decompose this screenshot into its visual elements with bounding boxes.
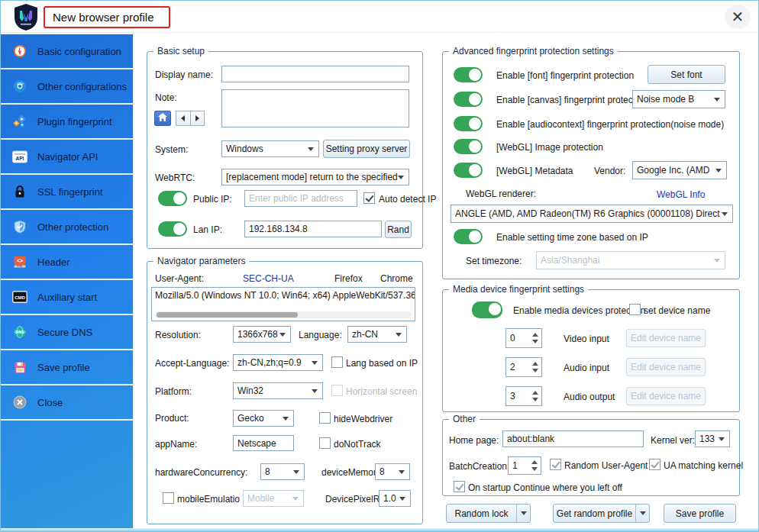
- home-button[interactable]: [154, 111, 171, 126]
- audiocontext-protection-label: Enable [audiocontext] fingerprint protec…: [496, 119, 724, 130]
- accept-language-dropdown[interactable]: zh-CN,zh;q=0.9: [233, 354, 323, 371]
- do-not-track-checkbox[interactable]: [319, 437, 331, 449]
- sidebar-item-close[interactable]: Close: [1, 385, 133, 421]
- chevron-down-icon: [714, 98, 720, 102]
- webgl-info-link[interactable]: WebGL Info: [657, 189, 705, 200]
- canvas-protection-label: Enable [canvas] fingerprint protection: [496, 95, 648, 105]
- sidebar-item-ssl-fingerprint[interactable]: SSL fingerprint: [1, 175, 133, 210]
- timezone-by-ip-toggle[interactable]: [454, 229, 483, 244]
- canvas-noise-mode-dropdown[interactable]: Noise mode B: [632, 90, 725, 108]
- spinner-arrows-icon[interactable]: [529, 387, 541, 405]
- firefox-link[interactable]: Firefox: [334, 273, 363, 284]
- ua-matching-kernel-checkbox[interactable]: [649, 459, 660, 470]
- media-device-title: Media device fingerprint settings: [449, 284, 588, 295]
- chevron-down-icon: [714, 259, 720, 263]
- audiocontext-protection-toggle[interactable]: [454, 116, 483, 131]
- spinner-arrows-icon[interactable]: [528, 457, 541, 474]
- sidebar-item-label: Plugin fingerprint: [37, 116, 112, 127]
- webrtc-dropdown[interactable]: [replacement mode] return to the specifi…: [221, 169, 409, 185]
- random-lock-dropdown-arrow[interactable]: [516, 505, 530, 522]
- rand-button[interactable]: Rand: [385, 221, 412, 238]
- spinner-arrows-icon[interactable]: [529, 358, 541, 376]
- sidebar-item-secure-dns[interactable]: DNS Secure DNS: [1, 315, 133, 350]
- chevron-down-icon: [715, 169, 722, 172]
- platform-dropdown[interactable]: Win32: [233, 382, 323, 399]
- arrow-left-button[interactable]: [176, 111, 191, 126]
- audio-output-spinner[interactable]: 3: [505, 386, 542, 406]
- edit-audio-input-device-button: Edit device name: [626, 358, 706, 376]
- canvas-protection-toggle[interactable]: [454, 92, 483, 107]
- close-window-button[interactable]: ✕: [725, 5, 751, 29]
- mobile-emulation-checkbox[interactable]: [163, 492, 174, 504]
- sidebar-item-other-configurations[interactable]: Other configurations: [1, 69, 133, 105]
- display-name-input[interactable]: [221, 66, 409, 82]
- product-dropdown[interactable]: Gecko: [233, 410, 294, 427]
- lan-ip-toggle[interactable]: [158, 221, 187, 237]
- set-font-button[interactable]: Set font: [648, 65, 725, 84]
- save-profile-button[interactable]: Save profile: [664, 504, 736, 523]
- shield-icon: [12, 219, 27, 234]
- navigator-parameters-group: Navigator parameters User-Agent: SEC-CH-…: [147, 261, 423, 524]
- audio-input-spinner[interactable]: 2: [505, 357, 542, 377]
- chevron-down-icon: [521, 511, 527, 515]
- user-agent-textarea[interactable]: Mozilla/5.0 (Windows NT 10.0; Win64; x64…: [151, 287, 415, 321]
- accept-language-label: Accept-Language:: [155, 358, 229, 369]
- lang-based-on-ip-checkbox[interactable]: [331, 356, 343, 368]
- setting-proxy-server-button[interactable]: Setting proxy server: [323, 140, 410, 158]
- arrow-right-icon: [195, 115, 199, 121]
- dns-icon: DNS: [12, 324, 27, 340]
- set-device-name-checkbox[interactable]: [629, 304, 641, 315]
- scrollbar-thumb[interactable]: [157, 312, 298, 318]
- resolution-dropdown[interactable]: 1366x768: [233, 326, 291, 343]
- ua-matching-kernel-label: UA matching kernel: [664, 460, 743, 471]
- sidebar-item-header[interactable]: <>HTML Header: [1, 245, 133, 280]
- public-ip-input[interactable]: [244, 190, 357, 207]
- auto-detect-ip-checkbox[interactable]: [363, 192, 375, 204]
- hide-webdriver-checkbox[interactable]: [319, 412, 331, 424]
- random-user-agent-checkbox[interactable]: [550, 459, 561, 470]
- chevron-down-icon: [292, 497, 299, 501]
- sidebar-item-navigator-api[interactable]: API Navigator API: [1, 140, 133, 175]
- horizontal-scrollbar[interactable]: [155, 311, 412, 318]
- arrow-right-button[interactable]: [191, 111, 205, 126]
- device-pixel-ratio-dropdown[interactable]: 1.0: [379, 490, 411, 507]
- sidebar-item-basic-configuration[interactable]: Basic configuration: [1, 34, 133, 69]
- sidebar-item-plugin-fingerprint[interactable]: Plugin fingerprint: [1, 105, 133, 140]
- webgl-metadata-toggle[interactable]: [454, 163, 483, 178]
- device-memory-dropdown[interactable]: 8: [375, 463, 410, 480]
- set-device-name-label: set device name: [644, 305, 710, 316]
- svg-text:CMD: CMD: [15, 295, 25, 300]
- set-timezone-label: Set timezone:: [466, 256, 522, 266]
- vendor-dropdown[interactable]: Google Inc. (AMD: [632, 161, 727, 179]
- spinner-arrows-icon[interactable]: [529, 329, 541, 347]
- home-icon: [157, 112, 168, 124]
- appname-input[interactable]: [233, 435, 294, 451]
- api-icon: API: [12, 149, 27, 164]
- timezone-by-ip-label: Enable setting time zone based on IP: [496, 232, 648, 243]
- home-page-input[interactable]: [502, 430, 644, 447]
- note-input[interactable]: [221, 89, 409, 127]
- language-dropdown[interactable]: zh-CN: [347, 326, 407, 343]
- get-random-profile-button[interactable]: Get random profile: [553, 504, 650, 523]
- hardware-concurrency-dropdown[interactable]: 8: [260, 463, 305, 480]
- webgl-image-toggle[interactable]: [454, 139, 483, 154]
- kernel-ver-dropdown[interactable]: 133: [695, 430, 730, 447]
- chevron-down-icon: [719, 437, 725, 441]
- webgl-renderer-dropdown[interactable]: ANGLE (AMD, AMD Radeon(TM) R6 Graphics (…: [451, 205, 733, 223]
- get-random-profile-dropdown-arrow[interactable]: [635, 505, 649, 522]
- font-protection-toggle[interactable]: [454, 67, 483, 82]
- batch-creation-spinner[interactable]: 1: [508, 456, 541, 475]
- public-ip-toggle[interactable]: [158, 191, 187, 206]
- sidebar-item-other-protection[interactable]: Other protection: [1, 210, 133, 245]
- chrome-link[interactable]: Chrome: [380, 273, 413, 284]
- media-protection-toggle[interactable]: [472, 301, 502, 318]
- on-startup-continue-checkbox[interactable]: [454, 481, 465, 492]
- lan-ip-input[interactable]: [244, 221, 382, 237]
- system-dropdown[interactable]: Windows: [221, 140, 319, 157]
- sidebar-item-auxiliary-start[interactable]: CMD Auxiliary start: [1, 280, 133, 315]
- on-startup-continue-label: On startup Continue where you left off: [468, 482, 622, 493]
- sidebar-item-save-profile[interactable]: Save profile: [1, 350, 133, 385]
- video-input-spinner[interactable]: 0: [505, 328, 542, 348]
- sec-ch-ua-link[interactable]: SEC-CH-UA: [243, 273, 294, 284]
- random-lock-button[interactable]: Random lock: [446, 504, 531, 523]
